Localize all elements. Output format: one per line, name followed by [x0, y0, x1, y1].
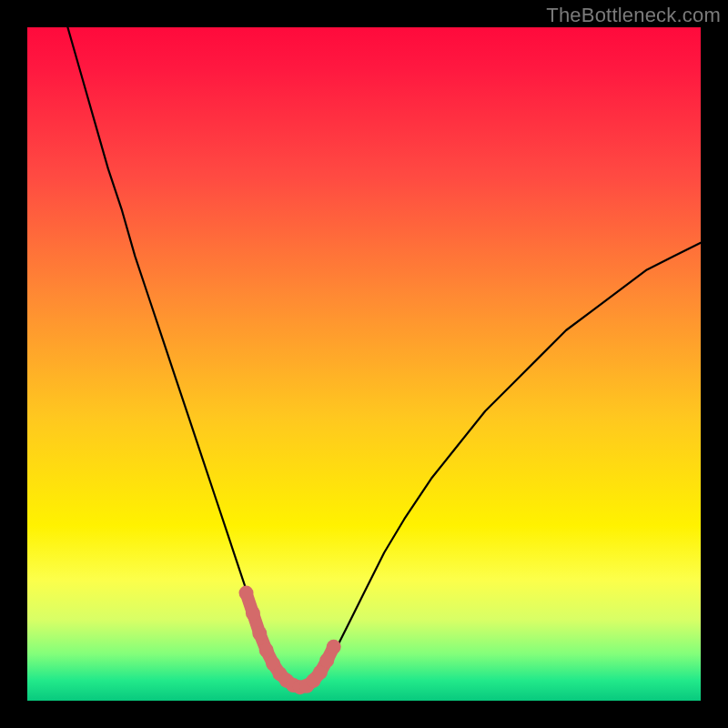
- highlight-dot: [246, 606, 260, 621]
- watermark-text: TheBottleneck.com: [546, 4, 721, 27]
- curve-layer: [27, 27, 701, 701]
- chart-frame: TheBottleneck.com: [0, 0, 728, 728]
- highlight-dot: [259, 643, 274, 658]
- highlight-dot: [319, 653, 334, 668]
- highlight-dot: [252, 626, 267, 641]
- bottleneck-curve: [67, 27, 701, 687]
- highlight-dot: [327, 640, 341, 654]
- plot-area: [27, 27, 701, 701]
- highlight-dot: [239, 586, 254, 601]
